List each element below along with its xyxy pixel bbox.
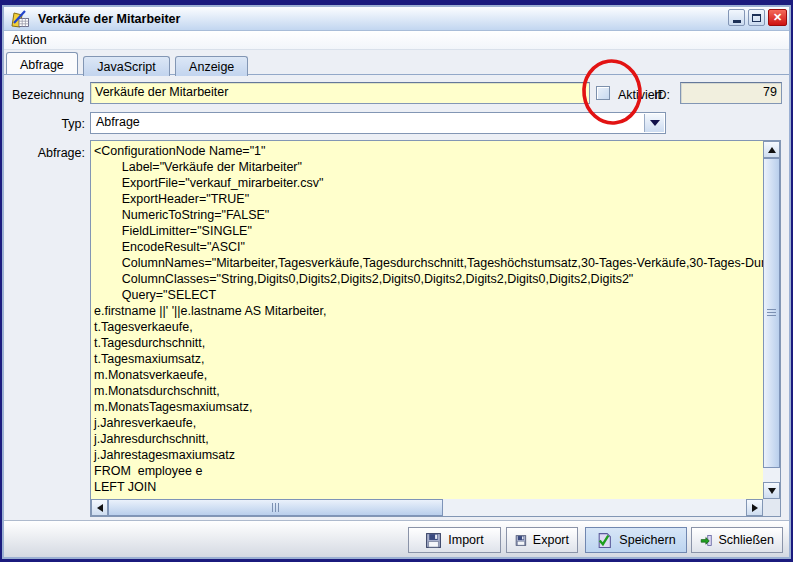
app-window: Verkäufe der Mitarbeiter ✕ Aktion Abfrag…: [0, 0, 793, 562]
textarea-line: NumericToString="FALSE": [94, 207, 763, 223]
export-button-label: Export: [533, 533, 569, 547]
title-bar: Verkäufe der Mitarbeiter ✕: [4, 7, 789, 31]
textarea-line: ColumnClasses="String,Digits0,Digits2,Di…: [94, 271, 763, 287]
scroll-up-button[interactable]: [763, 141, 780, 158]
close-icon: ✕: [773, 12, 782, 23]
window-border-top: [0, 0, 793, 5]
textarea-line: j.Jahresverkaeufe,: [94, 415, 763, 431]
scroll-right-button[interactable]: [746, 499, 763, 516]
textarea-line: FROM employee e: [94, 463, 763, 479]
textarea-line: LEFT JOIN: [94, 479, 763, 495]
tab-anzeige[interactable]: Anzeige: [175, 56, 248, 76]
scroll-down-button[interactable]: [763, 482, 780, 499]
textarea-line: m.Monatsdurchschnitt,: [94, 383, 763, 399]
textarea-line: e.firstname ||' '||e.lastname AS Mitarbe…: [94, 303, 763, 319]
id-label: ID:: [654, 88, 670, 102]
textarea-line: ColumnNames="Mitarbeiter,Tagesverkäufe,T…: [94, 255, 763, 271]
save-check-icon: [596, 532, 613, 549]
tab-javascript[interactable]: JavaScript: [83, 56, 169, 76]
typ-combobox[interactable]: Abfrage: [90, 112, 666, 134]
bezeichnung-input[interactable]: Verkäufe der Mitarbeiter: [90, 82, 590, 104]
typ-label: Typ:: [12, 117, 85, 131]
textarea-line: j.Jahrestagesmaxiumsatz: [94, 447, 763, 463]
close-arrow-icon: [700, 532, 712, 549]
arrow-up-icon: [768, 147, 776, 153]
scrollbar-corner: [763, 499, 780, 516]
scrollbar-grip: [272, 503, 280, 512]
horizontal-scrollbar[interactable]: [91, 499, 763, 516]
textarea-line: <ConfigurationNode Name="1": [94, 143, 763, 159]
abfrage-textarea-viewport[interactable]: <ConfigurationNode Name="1" Label="Verkä…: [91, 141, 763, 499]
import-button-label: Import: [448, 533, 483, 547]
arrow-left-icon: [97, 504, 103, 512]
schliessen-button[interactable]: Schließen: [691, 527, 783, 553]
schliessen-button-label: Schließen: [718, 533, 774, 547]
speichern-button[interactable]: Speichern: [585, 527, 687, 553]
floppy-disk-icon: [515, 532, 527, 549]
window-title: Verkäufe der Mitarbeiter: [38, 12, 180, 26]
textarea-line: EncodeResult="ASCI": [94, 239, 763, 255]
textarea-line: ExportHeader="TRUE": [94, 191, 763, 207]
textarea-line: Label="Verkäufe der Mitarbeiter": [94, 159, 763, 175]
aktiviert-checkbox[interactable]: [596, 86, 610, 100]
textarea-line: j.Jahresdurchschnitt,: [94, 431, 763, 447]
abfrage-label: Abfrage:: [12, 146, 85, 160]
maximize-icon: [752, 14, 761, 22]
scroll-left-button[interactable]: [91, 499, 108, 516]
textarea-line: t.Tagesverkaeufe,: [94, 319, 763, 335]
textarea-line: t.Tagesmaxiumsatz,: [94, 351, 763, 367]
scrollbar-grip: [767, 309, 776, 317]
horizontal-scrollbar-thumb[interactable]: [108, 499, 443, 516]
tab-abfrage[interactable]: Abfrage: [6, 52, 78, 74]
abfrage-textarea[interactable]: <ConfigurationNode Name="1" Label="Verkä…: [90, 140, 781, 517]
textarea-line: m.Monatsverkaeufe,: [94, 367, 763, 383]
textarea-line: ExportFile="verkauf_mirarbeiter.csv": [94, 175, 763, 191]
vertical-scrollbar[interactable]: [763, 141, 780, 499]
tab-bar: Abfrage JavaScript Anzeige: [6, 52, 250, 74]
textarea-line: t.Tagesdurchschnitt,: [94, 335, 763, 351]
export-button[interactable]: Export: [506, 527, 578, 553]
import-button[interactable]: Import: [408, 527, 501, 553]
speichern-button-label: Speichern: [619, 533, 675, 547]
menu-bar: Aktion: [4, 31, 789, 50]
textarea-line: m.MonatsTagesmaxiumsatz,: [94, 399, 763, 415]
bezeichnung-label: Bezeichnung: [12, 88, 84, 102]
typ-combobox-value: Abfrage: [96, 115, 140, 129]
vertical-scrollbar-thumb[interactable]: [763, 158, 780, 468]
typ-combobox-dropdown-button[interactable]: [644, 114, 664, 132]
query-editor-icon: [10, 9, 30, 29]
id-field: 79: [680, 82, 782, 104]
close-button[interactable]: ✕: [768, 9, 787, 26]
maximize-button[interactable]: [748, 9, 765, 26]
minimize-button[interactable]: [728, 9, 745, 26]
floppy-disk-icon: [425, 532, 442, 549]
textarea-line: Query="SELECT: [94, 287, 763, 303]
arrow-down-icon: [768, 488, 776, 494]
chevron-down-icon: [650, 120, 660, 126]
menu-aktion[interactable]: Aktion: [4, 31, 55, 49]
arrow-right-icon: [752, 504, 758, 512]
textarea-line: FieldLimitter="SINGLE": [94, 223, 763, 239]
window-border-left: [0, 0, 2, 562]
minimize-icon: [733, 20, 741, 23]
